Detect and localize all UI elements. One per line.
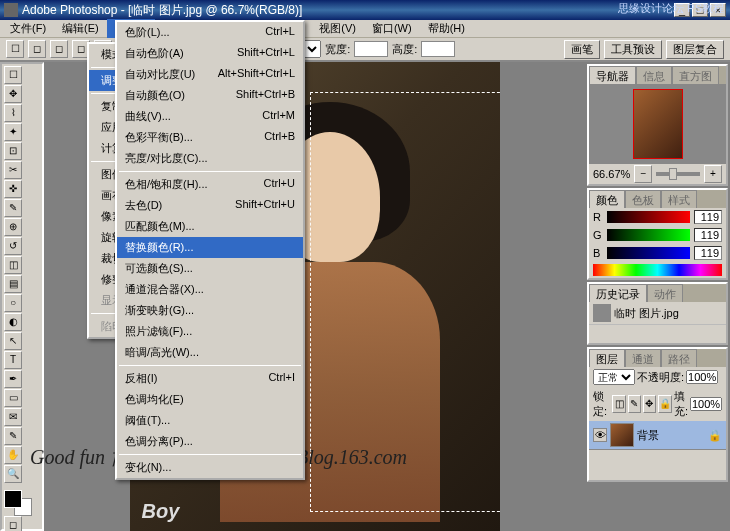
history-panel: 历史记录动作 临时 图片.jpg: [587, 282, 728, 345]
adjust-item[interactable]: 反相(I)Ctrl+I: [117, 368, 303, 389]
r-value[interactable]: 119: [694, 210, 722, 224]
move-tool[interactable]: ✥: [4, 85, 22, 103]
blur-tool[interactable]: ○: [4, 294, 22, 312]
lasso-tool[interactable]: ⌇: [4, 104, 22, 122]
zoom-in[interactable]: +: [704, 165, 722, 183]
opt-add[interactable]: ◻: [50, 40, 68, 58]
layers-panel: 图层通道路径 正常不透明度: 锁定:◫✎✥🔒填充: 👁背景🔒: [587, 347, 728, 482]
header-tab-brush[interactable]: 画笔: [564, 40, 600, 59]
adjust-item[interactable]: 色相/饱和度(H)...Ctrl+U: [117, 174, 303, 195]
g-value[interactable]: 119: [694, 228, 722, 242]
lock-pos[interactable]: ✥: [643, 395, 656, 413]
doc-text: Boy: [142, 500, 180, 523]
wand-tool[interactable]: ✦: [4, 123, 22, 141]
info-tab[interactable]: 信息: [636, 66, 672, 84]
opt-new[interactable]: ◻: [28, 40, 46, 58]
menu-6[interactable]: 视图(V): [311, 19, 364, 38]
adjust-item[interactable]: 色阶(L)...Ctrl+L: [117, 22, 303, 43]
adjust-item[interactable]: 自动色阶(A)Shift+Ctrl+L: [117, 43, 303, 64]
zoom-value: 66.67%: [593, 168, 630, 180]
adjust-item[interactable]: 渐变映射(G)...: [117, 300, 303, 321]
adjust-item[interactable]: 色彩平衡(B)...Ctrl+B: [117, 127, 303, 148]
adjust-item[interactable]: 自动对比度(U)Alt+Shift+Ctrl+L: [117, 64, 303, 85]
adjust-item[interactable]: 自动颜色(O)Shift+Ctrl+B: [117, 85, 303, 106]
dodge-tool[interactable]: ◐: [4, 313, 22, 331]
adjust-item[interactable]: 阈值(T)...: [117, 410, 303, 431]
pen-tool[interactable]: ✒: [4, 370, 22, 388]
eyedrop-tool[interactable]: ✎: [4, 427, 22, 445]
color-tab[interactable]: 颜色: [589, 190, 625, 208]
adjust-item[interactable]: 可选颜色(S)...: [117, 258, 303, 279]
menu-0[interactable]: 文件(F): [2, 19, 54, 38]
marquee-tool-icon[interactable]: ☐: [6, 40, 24, 58]
g-slider[interactable]: [607, 229, 690, 241]
opacity-input[interactable]: [686, 370, 718, 384]
path-tool[interactable]: ↖: [4, 332, 22, 350]
history-row[interactable]: 临时 图片.jpg: [589, 302, 726, 325]
styles-tab[interactable]: 样式: [661, 190, 697, 208]
history-tab[interactable]: 历史记录: [589, 284, 647, 302]
notes-tool[interactable]: ✉: [4, 408, 22, 426]
titlebar: Adobe Photoshop - [临时 图片.jpg @ 66.7%(RGB…: [0, 0, 730, 20]
adjust-item[interactable]: 亮度/对比度(C)...: [117, 148, 303, 169]
adjust-item[interactable]: 色调均化(E): [117, 389, 303, 410]
lock-all[interactable]: 🔒: [658, 395, 672, 413]
type-tool[interactable]: T: [4, 351, 22, 369]
adjust-item[interactable]: 变化(N)...: [117, 457, 303, 478]
quickmask[interactable]: ◻: [4, 516, 22, 531]
slice-tool[interactable]: ✂: [4, 161, 22, 179]
menubar[interactable]: 文件(F)编辑(E)图像(I)图层(L)选择(S)滤镜(T)视图(V)窗口(W)…: [0, 20, 730, 38]
fill-input[interactable]: [690, 397, 722, 411]
blend-mode[interactable]: 正常: [593, 369, 635, 385]
adjust-item[interactable]: 去色(D)Shift+Ctrl+U: [117, 195, 303, 216]
adjust-item[interactable]: 曲线(V)...Ctrl+M: [117, 106, 303, 127]
zoom-out[interactable]: −: [634, 165, 652, 183]
shape-tool[interactable]: ▭: [4, 389, 22, 407]
stamp-tool[interactable]: ⊕: [4, 218, 22, 236]
layer-row[interactable]: 👁背景🔒: [589, 421, 726, 450]
hand-tool[interactable]: ✋: [4, 446, 22, 464]
b-slider[interactable]: [607, 247, 690, 259]
lock-pix[interactable]: ✎: [628, 395, 641, 413]
lock-trans[interactable]: ◫: [612, 395, 625, 413]
header-tab-presets[interactable]: 工具预设: [604, 40, 662, 59]
r-slider[interactable]: [607, 211, 690, 223]
menu-7[interactable]: 窗口(W): [364, 19, 420, 38]
nav-thumb[interactable]: [633, 89, 683, 159]
nav-tab[interactable]: 导航器: [589, 66, 636, 84]
brush-tool[interactable]: ✎: [4, 199, 22, 217]
zoom-tool[interactable]: 🔍: [4, 465, 22, 483]
adjustments-submenu[interactable]: 色阶(L)...Ctrl+L自动色阶(A)Shift+Ctrl+L自动对比度(U…: [115, 20, 305, 480]
app-icon: [4, 3, 18, 17]
paths-tab[interactable]: 路径: [661, 349, 697, 367]
menu-1[interactable]: 编辑(E): [54, 19, 107, 38]
visibility-icon[interactable]: 👁: [593, 428, 607, 442]
forum-watermark: 思缘设计论坛 PS教程: [618, 1, 724, 16]
gradient-tool[interactable]: ▤: [4, 275, 22, 293]
width-input[interactable]: [354, 41, 388, 57]
adjust-item[interactable]: 通道混合器(X)...: [117, 279, 303, 300]
layers-tab[interactable]: 图层: [589, 349, 625, 367]
lock-icon: 🔒: [708, 429, 722, 442]
swatch-tab[interactable]: 色板: [625, 190, 661, 208]
b-label: B: [593, 247, 603, 259]
adjust-item[interactable]: 匹配颜色(M)...: [117, 216, 303, 237]
crop-tool[interactable]: ⊡: [4, 142, 22, 160]
heal-tool[interactable]: ✜: [4, 180, 22, 198]
adjust-item[interactable]: 替换颜色(R)...: [117, 237, 303, 258]
adjust-item[interactable]: 色调分离(P)...: [117, 431, 303, 452]
b-value[interactable]: 119: [694, 246, 722, 260]
menu-8[interactable]: 帮助(H): [420, 19, 473, 38]
marquee-tool[interactable]: ☐: [4, 66, 22, 84]
actions-tab[interactable]: 动作: [647, 284, 683, 302]
header-tab-comps[interactable]: 图层复合: [666, 40, 724, 59]
history-brush[interactable]: ↺: [4, 237, 22, 255]
histogram-tab[interactable]: 直方图: [672, 66, 719, 84]
adjust-item[interactable]: 暗调/高光(W)...: [117, 342, 303, 363]
height-input[interactable]: [421, 41, 455, 57]
channels-tab[interactable]: 通道: [625, 349, 661, 367]
eraser-tool[interactable]: ◫: [4, 256, 22, 274]
zoom-slider[interactable]: [656, 172, 700, 176]
adjust-item[interactable]: 照片滤镜(F)...: [117, 321, 303, 342]
spectrum[interactable]: [593, 264, 722, 276]
